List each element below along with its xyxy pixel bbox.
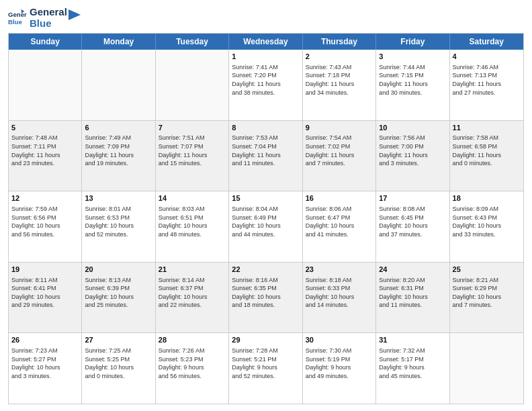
day-number: 7 [159, 123, 226, 133]
day-info: Sunrise: 8:04 AMSunset: 6:49 PMDaylight:… [232, 205, 299, 238]
calendar-header-row: SundayMondayTuesdayWednesdayThursdayFrid… [9, 34, 523, 50]
calendar-cell: 27Sunrise: 7:25 AMSunset: 5:25 PMDayligh… [82, 333, 155, 404]
day-info: Sunrise: 7:46 AMSunset: 7:13 PMDaylight:… [453, 63, 521, 97]
day-number: 24 [379, 265, 446, 275]
day-number: 13 [85, 193, 152, 203]
day-number: 8 [232, 123, 299, 133]
day-number: 23 [306, 265, 373, 275]
logo-flag-icon [69, 9, 81, 21]
calendar-cell: 6Sunrise: 7:49 AMSunset: 7:09 PMDaylight… [82, 121, 155, 191]
calendar-cell: 24Sunrise: 8:20 AMSunset: 6:31 PMDayligh… [376, 263, 449, 333]
day-info: Sunrise: 7:30 AMSunset: 5:19 PMDaylight:… [306, 347, 373, 380]
day-info: Sunrise: 8:11 AMSunset: 6:41 PMDaylight:… [11, 276, 79, 310]
calendar-cell: 23Sunrise: 8:18 AMSunset: 6:33 PMDayligh… [303, 263, 376, 333]
calendar-row-0: 1Sunrise: 7:41 AMSunset: 7:20 PMDaylight… [9, 50, 523, 121]
day-info: Sunrise: 8:16 AMSunset: 6:35 PMDaylight:… [232, 276, 299, 310]
calendar-cell: 31Sunrise: 7:32 AMSunset: 5:17 PMDayligh… [376, 333, 449, 404]
day-info: Sunrise: 8:13 AMSunset: 6:39 PMDaylight:… [85, 276, 152, 310]
header-day-wednesday: Wednesday [229, 34, 302, 50]
calendar-cell [156, 50, 229, 120]
calendar-cell: 20Sunrise: 8:13 AMSunset: 6:39 PMDayligh… [82, 263, 155, 333]
calendar-page: General Blue General Blue SundayMondayTu… [0, 0, 532, 411]
day-info: Sunrise: 7:41 AMSunset: 7:20 PMDaylight:… [232, 63, 299, 97]
calendar-cell: 10Sunrise: 7:56 AMSunset: 7:00 PMDayligh… [376, 121, 449, 191]
calendar-cell: 22Sunrise: 8:16 AMSunset: 6:35 PMDayligh… [229, 263, 302, 333]
day-number: 16 [306, 193, 373, 203]
day-number: 26 [11, 335, 79, 345]
day-number: 3 [379, 52, 446, 62]
day-number: 28 [159, 335, 226, 345]
calendar-cell: 16Sunrise: 8:06 AMSunset: 6:47 PMDayligh… [303, 191, 376, 262]
day-info: Sunrise: 7:44 AMSunset: 7:15 PMDaylight:… [379, 63, 446, 97]
header-day-friday: Friday [376, 34, 449, 50]
day-info: Sunrise: 7:59 AMSunset: 6:56 PMDaylight:… [11, 205, 79, 238]
day-info: Sunrise: 7:48 AMSunset: 7:11 PMDaylight:… [11, 134, 79, 167]
day-info: Sunrise: 7:32 AMSunset: 5:17 PMDaylight:… [379, 347, 446, 380]
calendar-cell: 5Sunrise: 7:48 AMSunset: 7:11 PMDaylight… [9, 121, 82, 191]
calendar-cell: 28Sunrise: 7:26 AMSunset: 5:23 PMDayligh… [156, 333, 229, 404]
day-info: Sunrise: 8:21 AMSunset: 6:29 PMDaylight:… [453, 276, 521, 310]
calendar-row-4: 26Sunrise: 7:23 AMSunset: 5:27 PMDayligh… [9, 333, 523, 404]
day-info: Sunrise: 7:23 AMSunset: 5:27 PMDaylight:… [11, 347, 79, 380]
header-day-thursday: Thursday [303, 34, 376, 50]
calendar-cell [450, 333, 523, 404]
calendar-cell: 15Sunrise: 8:04 AMSunset: 6:49 PMDayligh… [229, 191, 302, 262]
header-day-sunday: Sunday [9, 34, 82, 50]
calendar-cell: 1Sunrise: 7:41 AMSunset: 7:20 PMDaylight… [229, 50, 302, 120]
calendar-cell: 9Sunrise: 7:54 AMSunset: 7:02 PMDaylight… [303, 121, 376, 191]
logo-blue: Blue [30, 18, 67, 30]
day-number: 5 [11, 123, 79, 133]
calendar-cell: 2Sunrise: 7:43 AMSunset: 7:18 PMDaylight… [303, 50, 376, 120]
day-number: 27 [85, 335, 152, 345]
day-number: 12 [11, 193, 79, 203]
header-day-tuesday: Tuesday [156, 34, 229, 50]
page-header: General Blue General Blue [8, 7, 524, 29]
day-number: 11 [453, 123, 521, 133]
calendar-body: 1Sunrise: 7:41 AMSunset: 7:20 PMDaylight… [9, 50, 523, 404]
logo-general: General [30, 7, 67, 18]
day-info: Sunrise: 8:18 AMSunset: 6:33 PMDaylight:… [306, 276, 373, 310]
calendar-row-1: 5Sunrise: 7:48 AMSunset: 7:11 PMDaylight… [9, 121, 523, 192]
day-number: 21 [159, 265, 226, 275]
day-info: Sunrise: 7:51 AMSunset: 7:07 PMDaylight:… [159, 134, 226, 167]
calendar-cell: 14Sunrise: 8:03 AMSunset: 6:51 PMDayligh… [156, 191, 229, 262]
svg-marker-4 [69, 9, 81, 20]
calendar-cell [9, 50, 82, 120]
day-number: 10 [379, 123, 446, 133]
day-number: 20 [85, 265, 152, 275]
day-info: Sunrise: 7:56 AMSunset: 7:00 PMDaylight:… [379, 134, 446, 167]
calendar-cell: 30Sunrise: 7:30 AMSunset: 5:19 PMDayligh… [303, 333, 376, 404]
svg-text:Blue: Blue [8, 17, 22, 25]
header-day-saturday: Saturday [450, 34, 523, 50]
day-number: 17 [379, 193, 446, 203]
logo-icon: General Blue [8, 9, 27, 28]
day-number: 9 [306, 123, 373, 133]
logo: General Blue General Blue [8, 7, 81, 29]
calendar-cell: 8Sunrise: 7:53 AMSunset: 7:04 PMDaylight… [229, 121, 302, 191]
day-info: Sunrise: 8:03 AMSunset: 6:51 PMDaylight:… [159, 205, 226, 238]
day-number: 15 [232, 193, 299, 203]
svg-text:General: General [8, 11, 27, 18]
calendar-cell: 11Sunrise: 7:58 AMSunset: 6:58 PMDayligh… [450, 121, 523, 191]
day-number: 4 [453, 52, 521, 62]
calendar-cell: 13Sunrise: 8:01 AMSunset: 6:53 PMDayligh… [82, 191, 155, 262]
calendar-cell: 26Sunrise: 7:23 AMSunset: 5:27 PMDayligh… [9, 333, 82, 404]
day-number: 31 [379, 335, 446, 345]
calendar-cell: 3Sunrise: 7:44 AMSunset: 7:15 PMDaylight… [376, 50, 449, 120]
calendar-cell [82, 50, 155, 120]
day-number: 29 [232, 335, 299, 345]
calendar-cell: 17Sunrise: 8:08 AMSunset: 6:45 PMDayligh… [376, 191, 449, 262]
day-number: 30 [306, 335, 373, 345]
calendar-cell: 25Sunrise: 8:21 AMSunset: 6:29 PMDayligh… [450, 263, 523, 333]
day-number: 6 [85, 123, 152, 133]
calendar-cell: 29Sunrise: 7:28 AMSunset: 5:21 PMDayligh… [229, 333, 302, 404]
day-info: Sunrise: 7:49 AMSunset: 7:09 PMDaylight:… [85, 134, 152, 167]
day-info: Sunrise: 8:09 AMSunset: 6:43 PMDaylight:… [453, 205, 521, 238]
day-info: Sunrise: 8:14 AMSunset: 6:37 PMDaylight:… [159, 276, 226, 310]
calendar-cell: 7Sunrise: 7:51 AMSunset: 7:07 PMDaylight… [156, 121, 229, 191]
day-number: 2 [306, 52, 373, 62]
day-info: Sunrise: 8:08 AMSunset: 6:45 PMDaylight:… [379, 205, 446, 238]
calendar-grid: SundayMondayTuesdayWednesdayThursdayFrid… [8, 33, 524, 404]
header-day-monday: Monday [82, 34, 155, 50]
day-info: Sunrise: 7:26 AMSunset: 5:23 PMDaylight:… [159, 347, 226, 380]
